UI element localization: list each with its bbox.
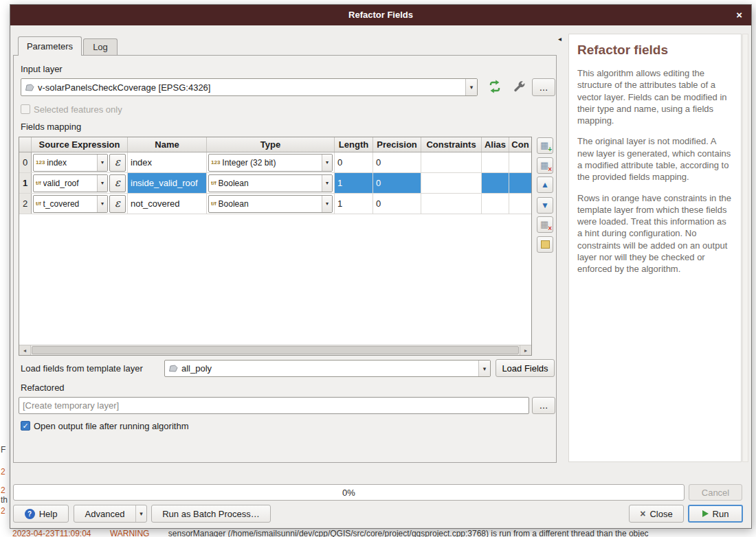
close-button[interactable]: × Close [629, 505, 684, 523]
delete-field-button[interactable]: ▦ × [537, 157, 553, 174]
selected-features-checkbox[interactable] [21, 104, 30, 114]
add-field-button[interactable]: ▦ + [537, 137, 553, 154]
input-layer-browse-button[interactable]: … [532, 78, 555, 96]
column-header-name[interactable]: Name [128, 137, 207, 152]
screen: F 2 2 th 2 2023-04-23T11:09:04 WARNING s… [0, 0, 756, 537]
scrollbar-thumb[interactable] [32, 346, 519, 354]
help-panel-scrollbar[interactable] [742, 34, 748, 462]
open-output-checkbox[interactable]: ✓ [21, 421, 30, 431]
source-field-value: valid_roof [43, 179, 97, 188]
alias-cell[interactable] [482, 173, 509, 193]
tab-parameters[interactable]: Parameters [18, 36, 82, 56]
corner-header[interactable] [19, 137, 32, 152]
selected-features-label: Selected features only [34, 104, 122, 115]
chevron-down-icon[interactable]: ▾ [478, 361, 490, 376]
iterate-icon [487, 79, 502, 96]
length-cell[interactable]: 0 [335, 152, 373, 172]
help-paragraph: This algorithm allows editing the struct… [577, 67, 733, 126]
constraints-cell[interactable] [421, 194, 482, 214]
load-fields-button[interactable]: Load Fields [496, 359, 555, 377]
refactored-output-input[interactable] [19, 397, 529, 414]
source-expression-cell: t/f t_covered ▾ ε [32, 194, 128, 214]
template-layer-value: all_poly [179, 363, 478, 374]
length-cell[interactable]: 1 [335, 173, 373, 193]
name-cell[interactable]: not_covered [128, 194, 207, 214]
advanced-button[interactable]: Advanced ▾ [74, 505, 147, 523]
scroll-left-icon[interactable]: ◂ [19, 345, 31, 355]
source-field-combo[interactable]: t/f valid_roof ▾ [33, 174, 108, 192]
type-combo[interactable]: 123 Integer (32 bit) ▾ [208, 154, 333, 172]
chevron-down-icon[interactable]: ▾ [97, 196, 107, 212]
parameters-panel: Input layer v-solarPanelsCheckCoverage [… [13, 55, 557, 463]
precision-cell[interactable]: 0 [373, 194, 421, 214]
expression-builder-button[interactable]: ε [109, 195, 126, 213]
length-cell[interactable]: 1 [335, 194, 373, 214]
load-fields-from-layer-button[interactable] [537, 236, 553, 253]
constraints-cell[interactable] [421, 152, 482, 172]
input-layer-value: v-solarPanelsCheckCoverage [EPSG:4326] [35, 82, 465, 93]
type-cell: t/f Boolean ▾ [207, 173, 335, 193]
alias-cell[interactable] [482, 152, 509, 172]
expression-builder-button[interactable]: ε [109, 154, 126, 172]
column-header-precision[interactable]: Precision [373, 137, 421, 152]
refactor-fields-dialog: Refactor Fields × Parameters Log Input l… [10, 4, 752, 529]
comment-cell[interactable] [509, 173, 531, 193]
reset-fields-button[interactable]: ▦ × [537, 216, 553, 233]
precision-cell[interactable]: 0 [373, 152, 421, 172]
row-number[interactable]: 1 [19, 173, 32, 193]
chevron-down-icon[interactable]: ▾ [135, 505, 146, 522]
background-log-fragment: 2 [1, 485, 5, 495]
cancel-button[interactable]: Cancel [689, 484, 742, 501]
close-icon[interactable]: × [736, 5, 742, 25]
chevron-down-icon[interactable]: ▾ [322, 155, 332, 171]
source-field-combo[interactable]: t/f t_covered ▾ [33, 195, 108, 213]
table-row: 0 123 index ▾ ε index 123 [19, 152, 531, 173]
help-paragraph: The original layer is not modified. A ne… [577, 135, 733, 183]
chevron-down-icon[interactable]: ▾ [322, 175, 332, 192]
progress-bar: 0% [13, 484, 685, 501]
type-cell: 123 Integer (32 bit) ▾ [207, 152, 335, 172]
horizontal-scrollbar[interactable]: ◂ ▸ [19, 345, 531, 355]
move-field-up-button[interactable]: ▲ [537, 176, 553, 193]
constraints-cell[interactable] [421, 173, 482, 193]
column-header-source-expression[interactable]: Source Expression [32, 137, 128, 152]
help-button[interactable]: ? Help [13, 505, 69, 523]
row-number[interactable]: 2 [19, 194, 32, 214]
type-combo[interactable]: t/f Boolean ▾ [208, 195, 333, 213]
name-cell[interactable]: inside_valid_roof [128, 173, 207, 193]
column-header-constraints[interactable]: Constraints [421, 137, 482, 152]
dialog-titlebar[interactable]: Refactor Fields × [10, 5, 751, 25]
name-cell[interactable]: index [128, 152, 207, 172]
precision-cell[interactable]: 0 [373, 173, 421, 193]
column-header-length[interactable]: Length [335, 137, 373, 152]
source-field-combo[interactable]: 123 index ▾ [33, 154, 108, 172]
chevron-down-icon[interactable]: ▾ [465, 79, 477, 95]
iterate-over-layer-button[interactable] [486, 78, 504, 96]
move-field-down-button[interactable]: ▼ [537, 197, 553, 214]
chevron-down-icon[interactable]: ▾ [97, 155, 107, 171]
fields-mapping-table: Source Expression Name Type Length Preci… [19, 137, 532, 356]
run-as-batch-button[interactable]: Run as Batch Process… [151, 505, 271, 523]
row-number[interactable]: 0 [19, 152, 32, 172]
plus-icon: + [548, 146, 552, 153]
run-button[interactable]: Run [688, 505, 743, 523]
column-header-alias[interactable]: Alias [482, 137, 509, 152]
alias-cell[interactable] [482, 194, 509, 214]
column-header-comment[interactable]: Con [509, 137, 531, 152]
refactored-browse-button[interactable]: … [532, 397, 555, 414]
collapse-help-panel-button[interactable]: ◂ [558, 35, 562, 43]
advanced-options-button[interactable] [510, 78, 528, 96]
cross-icon: × [548, 166, 552, 173]
chevron-down-icon[interactable]: ▾ [97, 175, 107, 192]
comment-cell[interactable] [509, 194, 531, 214]
template-layer-combo[interactable]: all_poly ▾ [164, 360, 491, 377]
chevron-down-icon[interactable]: ▾ [322, 196, 332, 212]
scroll-right-icon[interactable]: ▸ [520, 345, 531, 355]
expression-builder-button[interactable]: ε [109, 174, 126, 192]
input-layer-combo[interactable]: v-solarPanelsCheckCoverage [EPSG:4326] ▾ [21, 78, 478, 96]
column-header-type[interactable]: Type [207, 137, 335, 152]
tab-log[interactable]: Log [83, 38, 118, 56]
wrench-icon [513, 80, 526, 95]
type-combo[interactable]: t/f Boolean ▾ [208, 174, 333, 192]
comment-cell[interactable] [509, 152, 531, 172]
